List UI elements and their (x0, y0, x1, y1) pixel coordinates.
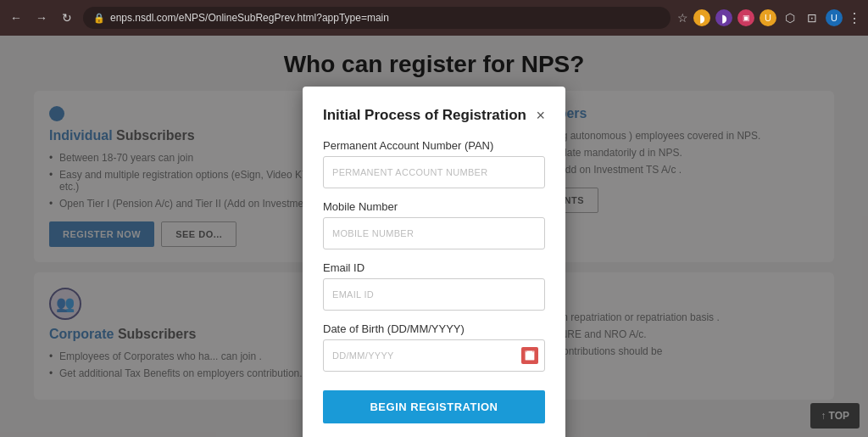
address-bar[interactable]: 🔒 enps.nsdl.com/eNPS/OnlineSubRegPrev.ht… (83, 7, 670, 29)
ext-icon-4[interactable]: U (760, 9, 776, 26)
mobile-form-group: Mobile Number (323, 200, 545, 249)
nav-forward-button[interactable]: → (32, 8, 51, 27)
email-label: Email ID (323, 261, 545, 274)
registration-modal: Initial Process of Registration × Perman… (303, 87, 565, 437)
browser-toolbar-icons: ☆ ◗ ◗ ▣ U ⬡ ⊡ U ⋮ (677, 9, 861, 26)
ext-icon-3[interactable]: ▣ (737, 9, 754, 26)
nav-refresh-button[interactable]: ↻ (58, 8, 76, 27)
ext-icon-5[interactable]: ⬡ (782, 9, 798, 26)
ext-icon-1[interactable]: ◗ (693, 9, 710, 26)
pan-label: Permanent Account Number (PAN) (323, 139, 545, 152)
pan-form-group: Permanent Account Number (PAN) (323, 139, 545, 188)
nav-back-button[interactable]: ← (7, 8, 25, 27)
email-input[interactable] (323, 278, 545, 311)
email-form-group: Email ID (323, 261, 545, 311)
browser-chrome: ← → ↻ 🔒 enps.nsdl.com/eNPS/OnlineSubRegP… (0, 0, 868, 36)
url-text: enps.nsdl.com/eNPS/OnlineSubRegPrev.html… (110, 12, 389, 24)
ext-icon-2[interactable]: ◗ (715, 9, 732, 26)
begin-registration-button[interactable]: BEGIN REGISTRATION (323, 390, 545, 423)
ext-icon-7[interactable]: U (826, 9, 843, 26)
mobile-label: Mobile Number (323, 200, 545, 213)
dob-form-group: Date of Birth (DD/MM/YYYY) (323, 322, 545, 372)
modal-header: Initial Process of Registration × (323, 107, 545, 124)
dob-input[interactable] (323, 339, 545, 372)
dob-label: Date of Birth (DD/MM/YYYY) (323, 322, 545, 335)
modal-title: Initial Process of Registration (323, 107, 526, 124)
modal-close-button[interactable]: × (536, 108, 545, 123)
pan-input[interactable] (323, 156, 545, 188)
dob-input-wrapper (323, 339, 545, 372)
ext-icon-6[interactable]: ⊡ (804, 9, 821, 26)
calendar-icon[interactable] (521, 347, 538, 364)
mobile-input[interactable] (323, 217, 545, 249)
